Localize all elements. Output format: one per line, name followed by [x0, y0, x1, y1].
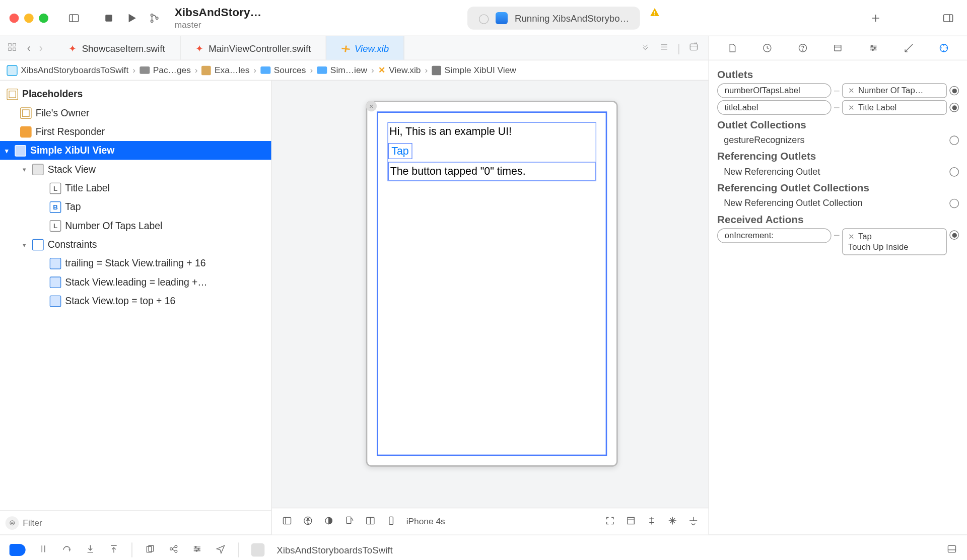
tab-showcaseitem[interactable]: ✦ ShowcaseItem.swift: [54, 36, 181, 60]
connection-dot-icon[interactable]: [949, 86, 959, 96]
breakpoint-toggle-button[interactable]: [10, 543, 26, 555]
outline-constraint-3[interactable]: Stack View.top = top + 16: [0, 292, 271, 310]
debug-memory-graph-button[interactable]: [168, 543, 179, 556]
toggle-inspector-button[interactable]: [939, 9, 957, 27]
svg-rect-15: [13, 47, 16, 50]
library-add-button[interactable]: [866, 9, 885, 27]
environment-overrides-button[interactable]: [191, 543, 203, 556]
outlet-name[interactable]: numberOfTapsLabel: [717, 83, 832, 98]
outline-placeholders-group[interactable]: Placeholders: [0, 85, 271, 103]
toggle-debug-area-button[interactable]: [946, 543, 958, 556]
adjust-editor-button[interactable]: [688, 41, 699, 55]
disconnect-icon[interactable]: ✕: [848, 232, 854, 241]
close-window-button[interactable]: [10, 13, 19, 23]
stack-view[interactable]: Hi, This is an example UI! Tap The butto…: [387, 122, 596, 181]
toggle-outline-button[interactable]: [282, 515, 293, 528]
history-inspector-tab[interactable]: [758, 39, 776, 57]
outline-title-label[interactable]: L Title Label: [0, 179, 271, 197]
crumb-examples[interactable]: Exa…les: [202, 65, 250, 75]
connection-dot-icon[interactable]: [949, 198, 959, 208]
resolve-issues-button[interactable]: [687, 515, 699, 528]
chevron-down-icon[interactable]: ▾: [3, 147, 11, 154]
svg-rect-30: [628, 517, 634, 524]
activity-pill[interactable]: ◯ Running XibsAndStorybo…: [468, 7, 640, 29]
recent-files-button[interactable]: [640, 41, 650, 55]
connections-inspector-tab[interactable]: [935, 39, 953, 57]
size-inspector-tab[interactable]: [900, 39, 918, 57]
nav-back-button[interactable]: ‹: [23, 42, 35, 54]
disconnect-icon[interactable]: ✕: [848, 86, 854, 95]
filter-icon[interactable]: ⊜: [6, 516, 19, 530]
device-frame[interactable]: × Hi, This is an example UI! Tap The but…: [366, 101, 618, 467]
root-view-selection[interactable]: Hi, This is an example UI! Tap The butto…: [377, 111, 607, 456]
tab-mainviewcontroller[interactable]: ✦ MainViewController.swift: [180, 36, 326, 60]
crumb-rootview[interactable]: Simple XibUI View: [432, 65, 516, 75]
outline-first-responder[interactable]: First Responder: [0, 122, 271, 141]
attributes-inspector-tab[interactable]: [865, 39, 882, 57]
step-into-button[interactable]: [85, 543, 96, 556]
nav-forward-button[interactable]: ›: [35, 42, 47, 54]
simulate-location-button[interactable]: [215, 543, 227, 556]
zoom-to-fit-button[interactable]: [604, 515, 616, 528]
crumb-packages[interactable]: Pac…ges: [140, 65, 191, 75]
outline-taps-label[interactable]: L Number Of Taps Label: [0, 216, 271, 235]
help-inspector-tab[interactable]: [794, 39, 812, 57]
outline-tap-button[interactable]: B Tap: [0, 197, 271, 216]
connection-dot-icon[interactable]: [949, 103, 959, 112]
toggle-navigator-button[interactable]: [64, 9, 83, 27]
chevron-down-icon[interactable]: ▾: [20, 241, 28, 248]
embed-button[interactable]: [625, 515, 637, 528]
device-button[interactable]: [385, 515, 397, 528]
connection-dot-icon[interactable]: [949, 167, 959, 176]
svg-rect-10: [944, 14, 953, 21]
outline-root-view[interactable]: ▾ Simple XibUI View: [0, 141, 271, 160]
tab-view-xib[interactable]: ✕ View.xib: [326, 36, 404, 60]
debug-view-hierarchy-button[interactable]: [145, 543, 156, 556]
stop-button[interactable]: [99, 9, 118, 27]
chevron-down-icon[interactable]: ▾: [20, 166, 28, 173]
related-items-button[interactable]: [7, 41, 17, 55]
step-over-button[interactable]: [61, 543, 73, 556]
step-out-button[interactable]: [108, 543, 120, 556]
layout-button[interactable]: [365, 515, 376, 528]
connection-dot-icon[interactable]: [949, 230, 959, 240]
outline-filter-input[interactable]: [23, 518, 266, 528]
process-name[interactable]: XibsAndStoryboardsToSwift: [277, 544, 392, 555]
outline-files-owner[interactable]: File's Owner: [0, 103, 271, 122]
identity-inspector-tab[interactable]: [830, 39, 847, 57]
outline-stack-view[interactable]: ▾ Stack View: [0, 160, 271, 178]
accessibility-button[interactable]: [302, 515, 314, 528]
project-title[interactable]: XibsAndStory… master: [175, 6, 262, 30]
align-button[interactable]: [646, 515, 658, 528]
canvas-viewport[interactable]: × Hi, This is an example UI! Tap The but…: [272, 81, 709, 508]
orientation-button[interactable]: [344, 515, 356, 528]
scene-close-button[interactable]: ×: [366, 101, 377, 111]
device-label[interactable]: iPhone 4s: [406, 516, 445, 526]
crumb-viewxib[interactable]: ✕View.xib: [378, 65, 421, 75]
warnings-indicator[interactable]: [649, 7, 660, 29]
appearance-button[interactable]: [323, 515, 334, 528]
zoom-window-button[interactable]: [39, 13, 48, 23]
outline-constraint-2[interactable]: Stack View.leading = leading +…: [0, 272, 271, 291]
tap-button[interactable]: Tap: [388, 143, 412, 159]
action-name[interactable]: onIncrement:: [717, 228, 832, 243]
run-button[interactable]: [122, 9, 141, 27]
scheme-branch-button[interactable]: [145, 9, 164, 27]
document-items-button[interactable]: [659, 41, 669, 55]
crumb-project[interactable]: XibsAndStoryboardsToSwift: [7, 65, 128, 76]
disconnect-icon[interactable]: ✕: [848, 103, 854, 112]
outline-constraint-1[interactable]: trailing = Stack View.trailing + 16: [0, 254, 271, 272]
pause-button[interactable]: [38, 543, 49, 556]
count-label[interactable]: The button tapped "0" times.: [388, 162, 596, 180]
project-name-label: XibsAndStory…: [175, 6, 262, 20]
window-traffic-lights: [10, 13, 48, 23]
minimize-window-button[interactable]: [24, 13, 34, 23]
pin-button[interactable]: [667, 515, 678, 528]
outline-constraints-group[interactable]: ▾ Constraints: [0, 235, 271, 254]
outlet-name[interactable]: titleLabel: [717, 100, 832, 115]
file-inspector-tab[interactable]: [723, 39, 741, 57]
title-label[interactable]: Hi, This is an example UI!: [388, 123, 596, 141]
crumb-simview[interactable]: Sim…iew: [317, 65, 367, 75]
connection-dot-icon[interactable]: [949, 135, 959, 145]
crumb-sources[interactable]: Sources: [260, 65, 306, 75]
